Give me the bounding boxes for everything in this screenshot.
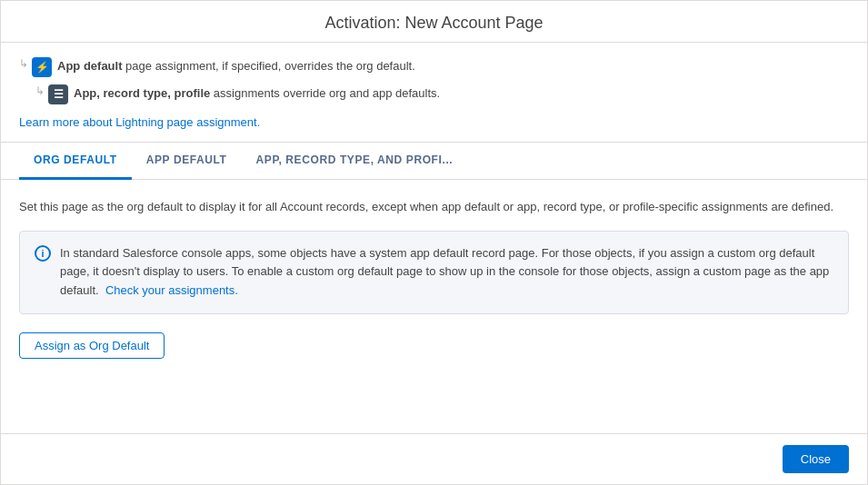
tabs-container: ORG DEFAULT APP DEFAULT APP, RECORD TYPE… [1, 143, 867, 180]
info-box: i In standard Salesforce console apps, s… [19, 231, 849, 314]
tab-app-record-profile[interactable]: APP, RECORD TYPE, AND PROFI... [242, 143, 468, 180]
modal-header: Activation: New Account Page [1, 1, 867, 43]
tab-org-default[interactable]: ORG DEFAULT [19, 143, 132, 180]
app-record-text: App, record type, profile assignments ov… [74, 84, 440, 103]
arrow-icon-1: ↳ [19, 57, 28, 70]
info-section: ↳ ⚡ App default page assignment, if spec… [1, 43, 867, 143]
app-default-row: ↳ ⚡ App default page assignment, if spec… [19, 57, 849, 77]
tabs: ORG DEFAULT APP DEFAULT APP, RECORD TYPE… [19, 143, 849, 179]
assign-org-default-button[interactable]: Assign as Org Default [19, 332, 165, 359]
tab-app-default[interactable]: APP DEFAULT [132, 143, 242, 180]
modal-body: ↳ ⚡ App default page assignment, if spec… [1, 43, 867, 433]
org-default-description: Set this page as the org default to disp… [19, 198, 849, 216]
arrow-icon-2: ↳ [35, 84, 45, 97]
tab-content-org-default: Set this page as the org default to disp… [1, 180, 867, 373]
info-icon: i [35, 245, 51, 262]
learn-more-link[interactable]: Learn more about Lightning page assignme… [19, 115, 260, 129]
check-assignments-link[interactable]: Check your assignments. [105, 283, 238, 297]
app-default-text: App default page assignment, if specifie… [57, 57, 415, 75]
app-record-profile-row: ↳ ☰ App, record type, profile assignment… [35, 84, 849, 104]
modal-container: Activation: New Account Page ↳ ⚡ App def… [0, 0, 868, 485]
app-default-icon: ⚡ [32, 57, 52, 77]
close-button[interactable]: Close [783, 445, 849, 473]
info-box-text: In standard Salesforce console apps, som… [60, 244, 833, 301]
app-default-bold: App default [57, 59, 123, 73]
app-record-icon: ☰ [48, 84, 68, 104]
modal-title: Activation: New Account Page [324, 14, 543, 32]
learn-more-container: Learn more about Lightning page assignme… [19, 115, 849, 129]
app-record-bold: App, record type, profile [74, 86, 210, 100]
modal-footer: Close [1, 433, 867, 484]
